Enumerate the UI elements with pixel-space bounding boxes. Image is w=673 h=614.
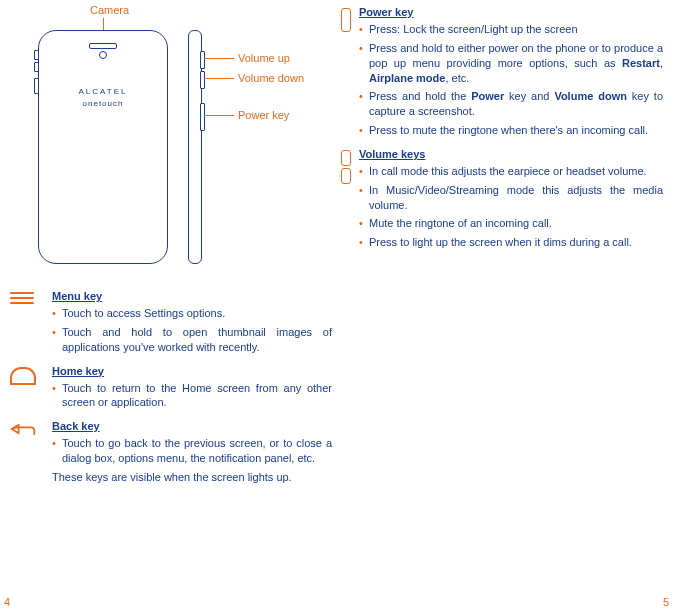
callout-line-volup (204, 58, 234, 59)
power-key-heading: Power key (359, 6, 663, 18)
home-key-block: Home key •Touch to return to the Home sc… (10, 365, 332, 415)
keys-note: These keys are visible when the screen l… (52, 470, 332, 485)
power-key-block: Power key •Press: Lock the screen/Light … (341, 6, 663, 142)
power-key-label: Power key (238, 109, 289, 121)
volume-bullet-2: Mute the ringtone of an incoming call. (369, 216, 663, 231)
volume-up-label: Volume up (238, 52, 290, 64)
side-key-vol-down (200, 71, 205, 89)
volume-keys-heading: Volume keys (359, 148, 663, 160)
volume-bullet-3: Press to light up the screen when it dim… (369, 235, 663, 250)
menu-bullet-0: Touch to access Settings options. (62, 306, 332, 321)
back-bullet-0: Touch to go back to the previous screen,… (62, 436, 332, 466)
right-key-descriptions: Power key •Press: Lock the screen/Light … (341, 6, 663, 260)
menu-key-heading: Menu key (52, 290, 332, 302)
power-bullet-3: Press to mute the ringtone when there's … (369, 123, 663, 138)
menu-bullet-1: Touch and hold to open thumbnail images … (62, 325, 332, 355)
phone-speaker (89, 43, 117, 49)
power-icon (341, 8, 351, 32)
home-icon (10, 367, 36, 383)
volume-icon (341, 150, 359, 184)
volume-bullet-1: In Music/Video/Streaming mode this adjus… (369, 183, 663, 213)
page-number-left: 4 (4, 596, 10, 608)
back-icon (10, 422, 52, 438)
volume-keys-block: Volume keys •In call mode this adjusts t… (341, 148, 663, 254)
menu-key-block: Menu key •Touch to access Settings optio… (10, 290, 332, 359)
callout-line-power (204, 115, 234, 116)
menu-icon (10, 292, 34, 306)
back-key-block: Back key •Touch to go back to the previo… (10, 420, 332, 485)
phone-logo-1: ALCATEL (39, 87, 167, 96)
phone-logo-2: onetouch (39, 99, 167, 108)
home-bullet-0: Touch to return to the Home screen from … (62, 381, 332, 411)
phone-side (188, 30, 202, 264)
back-key-heading: Back key (52, 420, 332, 432)
power-bullet-2: Press and hold the Power key and Volume … (369, 89, 663, 119)
side-key-vol-up (200, 51, 205, 69)
home-key-heading: Home key (52, 365, 332, 377)
camera-label: Camera (90, 4, 129, 16)
volume-bullet-0: In call mode this adjusts the earpiece o… (369, 164, 663, 179)
volume-down-label: Volume down (238, 72, 304, 84)
phone-diagram: Camera ALCATEL onetouch Volume up Volume… (10, 10, 320, 270)
page-number-right: 5 (663, 596, 669, 608)
phone-camera-dot (99, 51, 107, 59)
side-key-power (200, 103, 205, 131)
page-right: Power key •Press: Lock the screen/Light … (337, 0, 673, 614)
left-key-descriptions: Menu key •Touch to access Settings optio… (10, 290, 332, 491)
power-bullet-0: Press: Lock the screen/Light up the scre… (369, 22, 663, 37)
callout-line-voldown (204, 78, 234, 79)
power-bullet-1: Press and hold to either power on the ph… (369, 41, 663, 86)
phone-front: ALCATEL onetouch (38, 30, 168, 264)
page-left: Camera ALCATEL onetouch Volume up Volume… (0, 0, 336, 614)
